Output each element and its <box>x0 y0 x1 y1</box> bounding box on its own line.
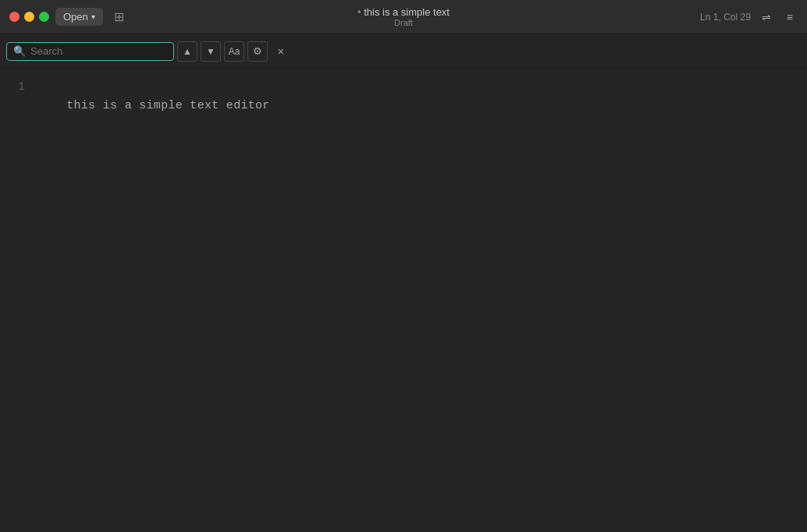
search-case-button[interactable]: Aa <box>224 41 244 62</box>
search-close-button[interactable]: × <box>271 41 291 62</box>
titlebar: Open ▾ ⊞ this is a simple text Draft Ln … <box>0 0 807 34</box>
open-chevron-icon: ▾ <box>91 12 95 21</box>
file-title: this is a simple text <box>357 6 450 18</box>
close-button[interactable] <box>9 12 20 22</box>
case-icon: Aa <box>229 46 240 57</box>
line-numbers: 1 <box>0 69 31 532</box>
minimize-button[interactable] <box>24 12 34 22</box>
menu-icon-button[interactable]: ≡ <box>782 9 798 26</box>
editor-content[interactable]: this is a simple text editor <box>31 69 807 532</box>
search-input[interactable] <box>30 45 155 57</box>
editor-line-1: this is a simple text editor <box>66 99 269 112</box>
file-status: Draft <box>357 18 450 27</box>
traffic-lights <box>9 12 49 22</box>
search-input-wrapper: 🔍 <box>6 42 174 61</box>
open-label: Open <box>63 11 88 23</box>
open-button[interactable]: Open ▾ <box>55 8 103 26</box>
search-prev-button[interactable]: ▲ <box>177 41 197 62</box>
search-bar: 🔍 ▲ ▼ Aa ⚙ × <box>0 34 807 69</box>
close-icon: × <box>278 44 285 58</box>
titlebar-right: Ln 1, Col 29 ⇌ ≡ <box>700 9 798 26</box>
line-number-1: 1 <box>12 78 25 97</box>
new-tab-button[interactable]: ⊞ <box>109 6 129 27</box>
search-settings-button[interactable]: ⚙ <box>247 41 268 62</box>
settings-icon-button[interactable]: ⇌ <box>757 9 776 26</box>
titlebar-left: Open ▾ ⊞ <box>9 6 129 27</box>
maximize-button[interactable] <box>39 12 49 22</box>
titlebar-center: this is a simple text Draft <box>357 6 450 27</box>
editor-area: 1 this is a simple text editor <box>0 69 807 532</box>
gear-icon: ⚙ <box>253 45 262 57</box>
search-next-button[interactable]: ▼ <box>201 41 221 62</box>
cursor-position: Ln 1, Col 29 <box>700 12 751 23</box>
search-icon: 🔍 <box>13 45 26 58</box>
